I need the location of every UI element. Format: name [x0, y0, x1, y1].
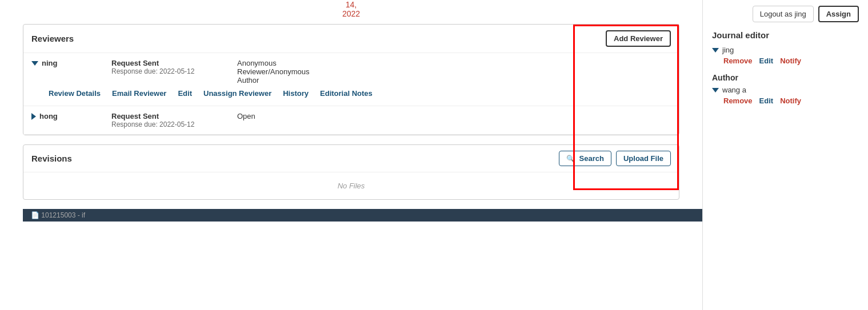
reviewer-status-hong: Request Sent Response due: 2022-05-12 [111, 112, 226, 128]
reviewers-panel-header: Reviewers Add Reviewer [23, 25, 679, 53]
reviewers-panel: Reviewers Add Reviewer ning Request Sent… [23, 24, 679, 135]
reviewer-row-ning: ning Request Sent Response due: 2022-05-… [23, 53, 679, 106]
revisions-panel: Revisions 🔍 Search Upload File No Files [23, 144, 679, 200]
reviewer-status-ning: Request Sent Response due: 2022-05-12 [111, 59, 226, 75]
expand-icon-ning[interactable] [31, 61, 38, 66]
file-info: 📄 101215003 - if [31, 211, 85, 219]
email-reviewer-link[interactable]: Email Reviewer [112, 89, 166, 98]
search-icon: 🔍 [566, 155, 575, 163]
author-section-title: Author [712, 73, 859, 82]
reviewer-name-ning: ning [31, 59, 100, 67]
editor-remove-link[interactable]: Remove [723, 57, 753, 65]
editorial-notes-link[interactable]: Editorial Notes [320, 89, 373, 98]
author-username: wang a [722, 86, 746, 94]
author-section: Author wang a Remove Edit Notify [712, 73, 859, 105]
author-user-row: wang a [712, 86, 859, 94]
journal-editor-title: Journal editor [712, 30, 859, 40]
author-notify-link[interactable]: Notify [780, 96, 801, 105]
author-edit-link[interactable]: Edit [759, 96, 774, 105]
upload-file-button[interactable]: Upload File [616, 151, 671, 166]
editor-expand-icon[interactable] [712, 48, 719, 53]
search-button[interactable]: 🔍 Search [559, 151, 611, 166]
author-remove-link[interactable]: Remove [723, 96, 753, 105]
reviewer-actions-ning: Review Details Email Reviewer Edit Unass… [31, 84, 671, 100]
editor-user-row: jing [712, 46, 859, 54]
expand-icon-hong[interactable] [31, 113, 36, 120]
add-reviewer-button[interactable]: Add Reviewer [606, 30, 671, 47]
author-actions: Remove Edit Notify [712, 96, 859, 105]
editor-actions: Remove Edit Notify [712, 57, 859, 65]
sidebar: Logout as jing Assign Journal editor jin… [702, 0, 868, 310]
logout-button[interactable]: Logout as jing [753, 6, 814, 22]
editor-notify-link[interactable]: Notify [780, 57, 801, 65]
journal-editor-section: Journal editor jing Remove Edit Notify [712, 30, 859, 65]
date-display: 14, 2022 [23, 0, 702, 24]
no-files-text: No Files [23, 172, 679, 199]
history-link[interactable]: History [283, 89, 309, 98]
reviewer-name-hong: hong [31, 112, 100, 120]
reviewer-row-hong: hong Request Sent Response due: 2022-05-… [23, 106, 679, 135]
file-icon: 📄 [31, 211, 39, 219]
review-details-link[interactable]: Review Details [49, 89, 101, 98]
bottom-bar: 📄 101215003 - if [23, 209, 702, 222]
reviewer-type-ning: Anonymous Reviewer/Anonymous Author [237, 59, 309, 84]
unassign-reviewer-link[interactable]: Unassign Reviewer [203, 89, 271, 98]
author-expand-icon[interactable] [712, 88, 719, 92]
editor-username: jing [722, 46, 734, 54]
edit-reviewer-link[interactable]: Edit [178, 89, 192, 98]
reviewers-title: Reviewers [31, 34, 74, 43]
reviewer-type-hong: Open [237, 112, 255, 120]
editor-edit-link[interactable]: Edit [759, 57, 774, 65]
sidebar-top-buttons: Logout as jing Assign [712, 6, 859, 22]
revisions-panel-header: Revisions 🔍 Search Upload File [23, 145, 679, 172]
assign-button[interactable]: Assign [818, 6, 859, 22]
revisions-title: Revisions [31, 154, 72, 163]
